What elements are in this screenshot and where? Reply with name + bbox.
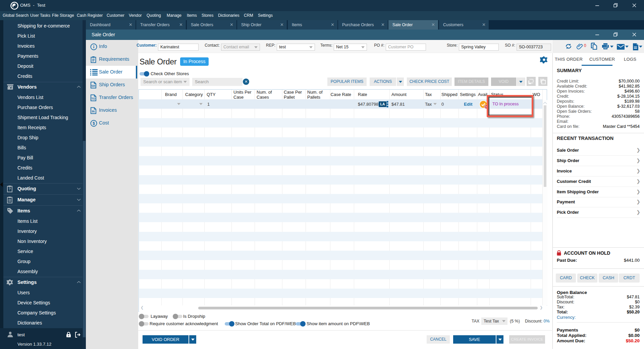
svg-text:TO: TO	[91, 97, 95, 100]
svg-text:?: ?	[9, 187, 11, 191]
svg-text:SH: SH	[91, 84, 95, 88]
svg-text:$: $	[93, 121, 95, 126]
svg-text:IN: IN	[92, 110, 95, 113]
